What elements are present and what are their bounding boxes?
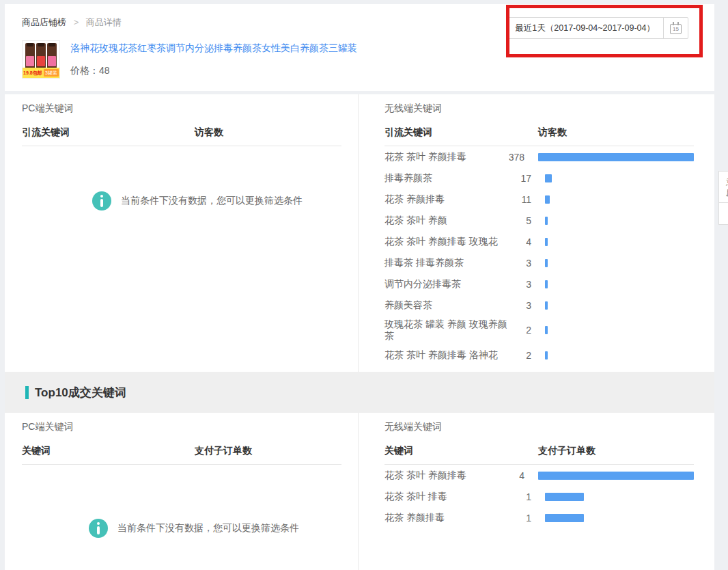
keyword-cell: 玫瑰花茶 罐装 养颜 玫瑰养颜茶 bbox=[384, 316, 511, 344]
breadcrumb-parent-link[interactable]: 商品店铺榜 bbox=[22, 17, 66, 27]
table-header: 关键词 支付子订单数 bbox=[384, 445, 694, 465]
pc-keywords-subtitle: PC端关键词 bbox=[22, 103, 358, 115]
value-cell: 1 bbox=[511, 491, 531, 502]
value-cell: 5 bbox=[511, 215, 531, 226]
table-row: 排毒茶 排毒养颜茶3 bbox=[384, 252, 694, 273]
value-bar bbox=[545, 351, 548, 359]
keyword-cell: 花茶 茶叶 养颜 bbox=[384, 212, 511, 229]
wireless-keywords-subtitle: 无线端关键词 bbox=[384, 103, 714, 115]
table-row: 花茶 茶叶 养颜排毒 洛神花2 bbox=[384, 344, 694, 366]
table-row: 花茶 茶叶 养颜排毒378 bbox=[384, 146, 694, 167]
side-feedback-widget: 意 反 bbox=[718, 171, 728, 225]
header-panel: 商品店铺榜 > 商品详情 19.8包邮 3罐装 洛神花玫瑰花茶红枣茶调节内分泌排… bbox=[5, 4, 714, 91]
table-row: 花茶 养颜排毒11 bbox=[384, 189, 694, 210]
table-row: 花茶 茶叶 养颜5 bbox=[384, 210, 694, 231]
table-row: 花茶 茶叶 养颜排毒4 bbox=[384, 465, 694, 486]
product-price: 价格：48 bbox=[70, 65, 357, 77]
calendar-icon: 15 bbox=[670, 24, 682, 34]
pc-keywords-subtitle: PC端关键词 bbox=[22, 421, 358, 433]
section-accent-bar bbox=[25, 386, 29, 399]
feedback-char-2: 反 bbox=[719, 187, 728, 198]
column-header-keyword: 引流关键词 bbox=[22, 126, 195, 139]
value-cell: 378 bbox=[504, 152, 524, 163]
calendar-button[interactable]: 15 bbox=[663, 18, 688, 38]
deal-keyword-rows: 花茶 茶叶 养颜排毒4花茶 茶叶 排毒1花茶 养颜排毒1 bbox=[384, 465, 714, 528]
table-row: 调节内分泌排毒茶3 bbox=[384, 273, 694, 295]
value-bar bbox=[545, 301, 548, 310]
value-bar bbox=[545, 259, 548, 267]
value-bar bbox=[545, 238, 548, 246]
keyword-cell: 花茶 茶叶 排毒 bbox=[384, 488, 511, 505]
column-header-keyword: 引流关键词 bbox=[384, 126, 538, 139]
date-range-label: 最近1天（2017-09-04~2017-09-04） bbox=[507, 18, 663, 38]
value-cell: 4 bbox=[511, 236, 531, 247]
table-header: 引流关键词 访客数 bbox=[384, 126, 694, 146]
side-secondary-button[interactable] bbox=[718, 202, 728, 225]
traffic-keyword-rows: 花茶 茶叶 养颜排毒378排毒养颜茶17花茶 养颜排毒11花茶 茶叶 养颜5花茶… bbox=[384, 146, 714, 366]
keyword-cell: 花茶 养颜排毒 bbox=[384, 509, 511, 526]
empty-state-text: 当前条件下没有数据，您可以更换筛选条件 bbox=[121, 195, 303, 207]
column-header-value: 访客数 bbox=[195, 126, 223, 139]
product-summary: 19.8包邮 3罐装 洛神花玫瑰花茶红枣茶调节内分泌排毒养颜茶女性美白养颜茶三罐… bbox=[22, 40, 714, 79]
column-header-keyword: 关键词 bbox=[384, 445, 538, 457]
keyword-cell: 调节内分泌排毒茶 bbox=[384, 275, 511, 293]
deal-section-band: Top10成交关键词 bbox=[5, 372, 714, 413]
value-cell: 2 bbox=[511, 325, 531, 336]
column-header-keyword: 关键词 bbox=[22, 445, 195, 457]
badge-price-text: 19.8包邮 bbox=[23, 68, 42, 78]
info-icon bbox=[92, 191, 111, 211]
value-bar bbox=[545, 493, 584, 501]
keyword-cell: 排毒茶 排毒养颜茶 bbox=[384, 254, 511, 271]
value-cell: 1 bbox=[511, 513, 531, 524]
product-title-link[interactable]: 洛神花玫瑰花茶红枣茶调节内分泌排毒养颜茶女性美白养颜茶三罐装 bbox=[70, 42, 357, 55]
table-row: 排毒养颜茶17 bbox=[384, 167, 694, 189]
breadcrumb-separator: > bbox=[74, 17, 79, 27]
column-header-value: 访客数 bbox=[538, 126, 567, 139]
value-cell: 11 bbox=[511, 194, 531, 205]
breadcrumb-current: 商品详情 bbox=[86, 17, 122, 27]
traffic-keywords-panel: PC端关键词 引流关键词 访客数 当前条件下没有数据，您可以更换筛选条件 无线端… bbox=[5, 94, 714, 372]
keyword-cell: 花茶 茶叶 养颜排毒 bbox=[384, 467, 504, 484]
value-bar bbox=[545, 217, 548, 225]
info-icon bbox=[89, 519, 108, 538]
table-row: 花茶 养颜排毒1 bbox=[384, 507, 694, 528]
empty-state: 当前条件下没有数据，您可以更换筛选条件 bbox=[92, 191, 303, 211]
calendar-day-number: 15 bbox=[671, 25, 681, 33]
table-row: 花茶 茶叶 排毒1 bbox=[384, 486, 694, 507]
value-bar bbox=[538, 153, 694, 161]
table-header: 引流关键词 访客数 bbox=[22, 126, 341, 146]
date-range-picker[interactable]: 最近1天（2017-09-04~2017-09-04） 15 bbox=[506, 17, 688, 39]
value-bar bbox=[545, 174, 552, 182]
product-info: 洛神花玫瑰花茶红枣茶调节内分泌排毒养颜茶女性美白养颜茶三罐装 价格：48 bbox=[70, 40, 357, 79]
empty-state-text: 当前条件下没有数据，您可以更换筛选条件 bbox=[117, 522, 299, 534]
table-header: 关键词 支付子订单数 bbox=[22, 445, 341, 465]
product-thumbnail-art bbox=[23, 41, 59, 68]
column-header-value: 支付子订单数 bbox=[538, 445, 596, 457]
jar-graphic bbox=[36, 43, 46, 68]
value-cell: 2 bbox=[511, 350, 531, 361]
thumbnail-promo-badge: 19.8包邮 3罐装 bbox=[23, 68, 59, 78]
value-bar bbox=[538, 472, 694, 480]
feedback-char-1: 意 bbox=[719, 176, 728, 187]
value-cell: 4 bbox=[504, 470, 524, 481]
value-bar bbox=[545, 326, 548, 334]
value-bar bbox=[545, 514, 584, 522]
product-thumbnail[interactable]: 19.8包邮 3罐装 bbox=[22, 40, 60, 79]
value-cell: 3 bbox=[511, 258, 531, 269]
feedback-button[interactable]: 意 反 bbox=[718, 171, 728, 203]
value-cell: 3 bbox=[511, 300, 531, 311]
keyword-cell: 花茶 养颜排毒 bbox=[384, 191, 511, 208]
badge-pack-text: 3罐装 bbox=[44, 69, 59, 77]
jar-graphic bbox=[25, 43, 35, 68]
jar-graphic bbox=[47, 43, 57, 68]
table-row: 花茶 茶叶 养颜排毒 玫瑰花4 bbox=[384, 231, 694, 252]
value-bar bbox=[545, 280, 548, 288]
value-cell: 17 bbox=[511, 173, 531, 184]
keyword-cell: 花茶 茶叶 养颜排毒 玫瑰花 bbox=[384, 233, 511, 250]
deal-keywords-panel: PC端关键词 关键词 支付子订单数 当前条件下没有数据，您可以更换筛选条件 无线… bbox=[5, 413, 714, 570]
keyword-cell: 花茶 茶叶 养颜排毒 bbox=[384, 148, 504, 165]
page: { "breadcrumb": { "parent": "商品店铺榜", "se… bbox=[0, 0, 728, 570]
table-row: 养颜美容茶3 bbox=[384, 295, 694, 316]
traffic-pc-column: PC端关键词 引流关键词 访客数 当前条件下没有数据，您可以更换筛选条件 bbox=[5, 94, 359, 372]
value-cell: 3 bbox=[511, 279, 531, 290]
